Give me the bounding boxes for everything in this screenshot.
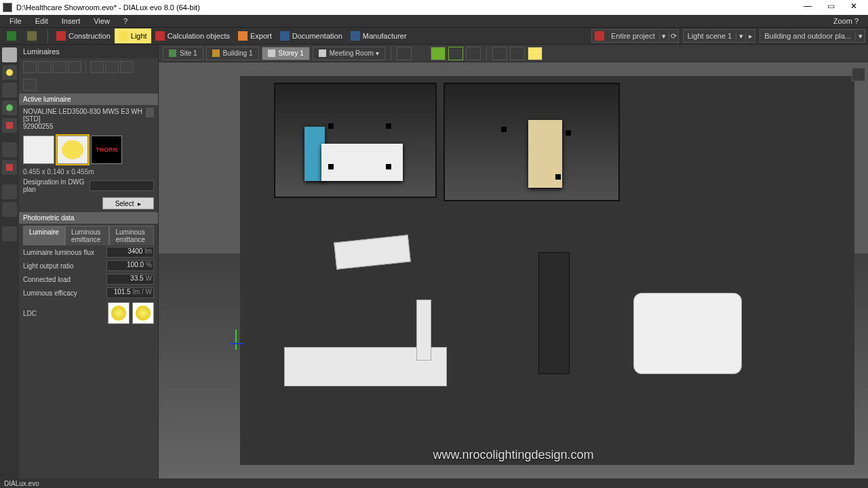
view-wire-button[interactable]: [448, 47, 463, 60]
app-icon: [3, 3, 12, 12]
status-bar: DIALux.evo: [0, 479, 868, 488]
title-bar: D:\Healthcare Showroom.evo* - DIALux evo…: [0, 0, 868, 15]
chevron-down-icon[interactable]: ▾: [855, 32, 865, 41]
tool-filter[interactable]: [2, 118, 17, 133]
menu-file[interactable]: File: [3, 16, 28, 26]
view-mode-selector[interactable]: Building and outdoor pla...▾: [760, 29, 865, 43]
menu-insert[interactable]: Insert: [55, 16, 87, 26]
thumb-photo[interactable]: [23, 136, 54, 164]
menu-help[interactable]: ?: [117, 16, 134, 26]
view-measure-button[interactable]: [510, 47, 525, 60]
render-3d[interactable]: www.nrocolightingdesign.com: [159, 62, 868, 479]
viewport: Site 1 Building 1 Storey 1 Meeting Room …: [159, 45, 868, 479]
right-panel-toggle[interactable]: [852, 68, 865, 81]
mode-construction[interactable]: Construction: [52, 28, 115, 43]
input-efficacy[interactable]: 101.5lm / W: [106, 287, 154, 298]
mirror-button[interactable]: [120, 61, 134, 73]
crumb-site[interactable]: Site 1: [163, 47, 203, 60]
minimize-button[interactable]: —: [796, 1, 819, 14]
ldc-diagram-1[interactable]: [108, 302, 130, 324]
magic-wand-button[interactable]: [90, 61, 104, 73]
place-polygon-button[interactable]: [68, 61, 81, 73]
place-grid-button[interactable]: [53, 61, 66, 73]
storey-icon: [268, 49, 275, 57]
save-icon: [7, 31, 16, 41]
panel-toolbar: [19, 58, 158, 76]
tool-switch[interactable]: [2, 142, 17, 157]
scope-selector[interactable]: Entire project▾⟳: [591, 29, 679, 43]
crumb-storey[interactable]: Storey 1: [262, 47, 310, 60]
status-text: DIALux.evo: [4, 480, 39, 487]
input-output-ratio[interactable]: 100.0%: [106, 260, 154, 271]
main-toolbar: Construction Light Calculation objects E…: [0, 27, 868, 45]
mode-export[interactable]: Export: [234, 28, 276, 43]
luminaire-dimensions: 0.455 x 0.140 x 0.455m: [19, 167, 158, 177]
section-photometric: Photometric data: [19, 212, 158, 224]
luminaire-marker: [566, 130, 571, 136]
mode-manufacturer[interactable]: Manufacturer: [347, 28, 411, 43]
dwg-designation-row: Designation in DWG plan: [19, 177, 158, 195]
place-single-button[interactable]: [23, 61, 37, 73]
thumb-ldc[interactable]: [57, 136, 88, 164]
copy-icon[interactable]: [146, 108, 154, 117]
crumb-building[interactable]: Building 1: [206, 47, 259, 60]
tool-arrange-field[interactable]: [2, 100, 17, 115]
view-menu-button[interactable]: [466, 47, 481, 60]
view-cs-button[interactable]: [528, 47, 542, 60]
tool-arrange-line[interactable]: [2, 83, 17, 98]
input-luminous-flux[interactable]: 3400lm: [106, 247, 154, 258]
mode-light[interactable]: Light: [115, 28, 151, 43]
view-fit-button[interactable]: [492, 47, 507, 60]
tab-luminaire[interactable]: Luminaire: [23, 226, 65, 245]
luminaire-thumbs: THORN: [19, 133, 158, 167]
tool-results[interactable]: [2, 226, 17, 241]
furn-pillar: [416, 300, 431, 361]
watermark: www.nrocolightingdesign.com: [159, 448, 868, 462]
rotate-button[interactable]: [105, 61, 119, 73]
tool-energy[interactable]: [2, 202, 17, 217]
next-icon[interactable]: ▸: [745, 32, 755, 41]
ldc-diagram-2[interactable]: [132, 302, 154, 324]
import-button[interactable]: [23, 79, 37, 91]
mode-documentation[interactable]: Documentation: [276, 28, 347, 43]
thumb-manufacturer[interactable]: THORN: [91, 136, 122, 164]
maximize-button[interactable]: ▭: [819, 1, 842, 14]
dwg-label: Designation in DWG plan: [23, 178, 87, 193]
furn-dental-chair: [633, 293, 742, 374]
luminaire-marker: [555, 174, 561, 180]
dwg-input[interactable]: [90, 180, 154, 191]
select-button[interactable]: Select ▸: [102, 197, 154, 209]
menu-view[interactable]: View: [87, 16, 117, 26]
tab-emittance-1[interactable]: Luminous emittance: [65, 226, 110, 245]
luminaire-marker: [386, 123, 391, 129]
refresh-icon[interactable]: ⟳: [669, 32, 678, 41]
row-output-ratio: Light output ratio100.0%: [19, 259, 158, 272]
mode-calculation[interactable]: Calculation objects: [151, 28, 234, 43]
menu-edit[interactable]: Edit: [28, 16, 55, 26]
save-button[interactable]: [3, 28, 23, 43]
chevron-down-icon[interactable]: ▾: [736, 32, 745, 41]
luminaire-marker: [328, 123, 334, 129]
manufacturer-icon: [351, 31, 360, 41]
tab-emittance-2[interactable]: Luminous emittance: [109, 226, 154, 245]
tool-single-luminaire[interactable]: [2, 65, 17, 80]
tool-button[interactable]: [23, 28, 43, 43]
room-icon: [319, 49, 326, 57]
view-shaded-button[interactable]: [431, 47, 446, 60]
nav-back-button[interactable]: [397, 47, 412, 60]
chevron-down-icon[interactable]: ▾: [659, 32, 669, 41]
luminaire-code: 92900255: [23, 123, 146, 130]
input-connected-load[interactable]: 33.5W: [106, 274, 154, 285]
tool-daylight[interactable]: [2, 184, 17, 199]
luminaire-name: NOVALINE LED3500-830 MWS E3 WH [STD]: [23, 108, 146, 123]
row-ldc: LDC: [19, 300, 158, 327]
place-line-button[interactable]: [38, 61, 52, 73]
menu-zoom[interactable]: Zoom ?: [827, 16, 865, 26]
close-button[interactable]: ✕: [842, 1, 865, 14]
light-scene-selector[interactable]: Light scene 1▾▸: [683, 29, 755, 43]
tool-selection[interactable]: [2, 47, 17, 62]
tool-maintenance[interactable]: [2, 160, 17, 175]
building-icon: [212, 49, 220, 57]
crumb-room[interactable]: Meeting Room ▾: [313, 47, 385, 60]
section-active-luminaire: Active luminaire: [19, 94, 158, 105]
